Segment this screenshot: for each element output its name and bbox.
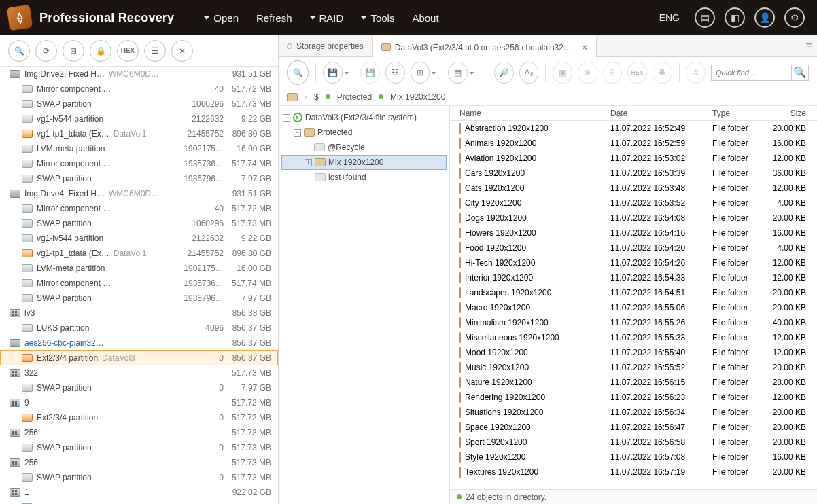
file-row[interactable]: Miscellaneous 1920x120011.07.2022 16:55:… xyxy=(450,330,817,345)
find-icon[interactable]: 🔎 xyxy=(494,62,514,84)
quick-find-button[interactable]: 🔍 xyxy=(791,65,809,81)
tree-root[interactable]: − DataVol3 (Ext2/3/4 file system) xyxy=(281,110,447,125)
crumb-protected[interactable]: Protected xyxy=(337,92,372,102)
scan-icon[interactable]: 🔍 xyxy=(287,60,309,85)
close-icon[interactable]: ✕ xyxy=(171,40,193,62)
storage-row[interactable]: SWAP partition1936796…7.97 GB xyxy=(0,291,278,306)
storage-row[interactable]: 256517.73 MB xyxy=(0,425,278,440)
view-grid-icon[interactable]: ⊞ xyxy=(411,62,430,84)
file-row[interactable]: Landscapes 1920x120011.07.2022 16:54:51F… xyxy=(450,285,817,300)
panels-icon[interactable]: ◧ xyxy=(725,7,745,28)
menu-open[interactable]: Open xyxy=(204,12,239,24)
storage-row[interactable]: lv3856.38 GB xyxy=(0,306,278,321)
tree-lostfound[interactable]: lost+found xyxy=(281,170,447,185)
col-size[interactable]: Size xyxy=(763,109,817,118)
file-row[interactable]: Macro 1920x120011.07.2022 16:55:06File f… xyxy=(450,300,817,315)
storage-row[interactable]: 256517.73 MB xyxy=(0,455,278,470)
list-icon[interactable]: ☰ xyxy=(144,40,166,62)
storage-row[interactable]: SWAP partition1936796…7.97 GB xyxy=(0,171,278,186)
menu-raid[interactable]: RAID xyxy=(310,12,344,24)
storage-tree[interactable]: Img:Drive2: Fixed H…WMC6M0D1P…931.51 GBM… xyxy=(0,67,278,504)
lock-icon[interactable]: 🔒 xyxy=(90,40,111,62)
view-list-icon[interactable]: ☳ xyxy=(385,62,405,84)
file-rows[interactable]: Abstraction 1920x120011.07.2022 16:52:49… xyxy=(450,121,817,489)
file-row[interactable]: Sport 1920x120011.07.2022 16:56:58File f… xyxy=(450,435,817,450)
menu-about[interactable]: About xyxy=(412,12,438,24)
language-button[interactable]: ENG xyxy=(659,12,680,23)
file-row[interactable]: Dogs 1920x120011.07.2022 16:54:08File fo… xyxy=(450,211,817,226)
collapse-icon[interactable]: − xyxy=(294,129,301,137)
collapse-icon[interactable]: − xyxy=(283,114,290,122)
file-row[interactable]: Abstraction 1920x120011.07.2022 16:52:49… xyxy=(450,121,817,136)
storage-row[interactable]: vg1-tp1_tdata (Ex…DataVol121455752896.80… xyxy=(0,126,278,141)
search-icon[interactable]: 🔍 xyxy=(8,40,30,62)
file-row[interactable]: Hi-Tech 1920x120011.07.2022 16:54:26File… xyxy=(450,255,817,270)
file-row[interactable]: Nature 1920x120011.07.2022 16:56:15File … xyxy=(450,375,817,390)
user-icon[interactable]: 👤 xyxy=(754,7,775,28)
filter-icon[interactable]: ▤ xyxy=(448,62,468,84)
save-icon[interactable]: 💾 xyxy=(323,62,343,84)
crumb-mix[interactable]: Mix 1920x1200 xyxy=(390,92,445,102)
storage-row[interactable]: LUKS partition4096856.37 GB xyxy=(0,321,278,336)
settings-icon[interactable]: ⚙ xyxy=(784,7,805,28)
storage-row[interactable]: SWAP partition0517.73 MB xyxy=(0,440,278,455)
file-row[interactable]: Flowers 1920x120011.07.2022 16:54:16File… xyxy=(450,226,817,240)
file-row[interactable]: Animals 1920x120011.07.2022 16:52:59File… xyxy=(450,136,817,151)
file-row[interactable]: Space 1920x120011.07.2022 16:56:47File f… xyxy=(450,420,817,435)
folder-tree[interactable]: − DataVol3 (Ext2/3/4 file system) − Prot… xyxy=(279,106,450,504)
tree-recycle[interactable]: @Recycle xyxy=(281,140,447,155)
col-name[interactable]: Name xyxy=(455,109,606,118)
storage-row[interactable]: Img:Drive2: Fixed H…WMC6M0D1P…931.51 GB xyxy=(0,67,278,82)
file-row[interactable]: City 1920x120011.07.2022 16:53:52File fo… xyxy=(450,196,817,211)
storage-row[interactable]: Mirror component …40517.72 MB xyxy=(0,82,278,96)
tab-close-icon[interactable]: ✕ xyxy=(581,43,588,52)
crumb-root[interactable]: $ xyxy=(314,92,319,102)
col-date[interactable]: Date xyxy=(606,109,708,118)
file-row[interactable]: Cars 1920x120011.07.2022 16:53:39File fo… xyxy=(450,166,817,181)
storage-row[interactable]: Mirror component …1935736…517.74 MB xyxy=(0,276,278,291)
storage-row[interactable]: 322517.73 MB xyxy=(0,365,278,380)
file-row[interactable]: Aviation 1920x120011.07.2022 16:53:02Fil… xyxy=(450,151,817,166)
tree-mix[interactable]: + Mix 1920x1200 xyxy=(281,155,447,170)
menu-refresh[interactable]: Refresh xyxy=(256,12,292,24)
storage-row[interactable]: vg1-tp1_tdata (Ex…DataVol121455752896.80… xyxy=(0,246,278,261)
disk-icon[interactable]: ⊟ xyxy=(63,40,84,62)
hex-icon[interactable]: HEX xyxy=(117,40,139,62)
storage-row[interactable]: Ext2/3/4 partition0517.72 MB xyxy=(0,410,278,425)
file-row[interactable]: Style 1920x120011.07.2022 16:57:08File f… xyxy=(450,450,817,465)
file-row[interactable]: Rendering 1920x120011.07.2022 16:56:23Fi… xyxy=(450,390,817,405)
storage-row[interactable]: LVM-meta partition1902175…16.00 GB xyxy=(0,141,278,156)
storage-row[interactable]: SWAP partition07.97 GB xyxy=(0,380,278,395)
storage-row[interactable]: Ext2/3/4 partitionDataVol30856.37 GB xyxy=(0,350,278,365)
file-row[interactable]: Music 1920x120011.07.2022 16:55:52File f… xyxy=(450,360,817,375)
tabs-menu-icon[interactable]: ≡ xyxy=(801,35,817,56)
menu-tools[interactable]: Tools xyxy=(361,12,394,24)
file-row[interactable]: Minimalism 1920x120011.07.2022 16:55:26F… xyxy=(450,315,817,330)
file-row[interactable]: Food 1920x120011.07.2022 16:54:20File fo… xyxy=(450,240,817,255)
storage-row[interactable]: SWAP partition1060296517.73 MB xyxy=(0,216,278,231)
log-icon[interactable]: ▤ xyxy=(695,7,715,28)
storage-row[interactable]: Img:Drive4: Fixed H…WMC6M0D2…931.51 GB xyxy=(0,186,278,201)
find-text-icon[interactable]: Aᵦ xyxy=(519,62,539,84)
storage-row[interactable]: vg1-lv544 partition21226329.22 GB xyxy=(0,231,278,246)
storage-row[interactable]: SWAP partition0517.73 MB xyxy=(0,470,278,485)
tab-datavol3[interactable]: DataVol3 (Ext2/3/4 at 0 on aes256-cbc-pl… xyxy=(372,36,597,57)
storage-row[interactable]: SWAP partition1060296517.73 MB xyxy=(0,96,278,111)
tree-protected[interactable]: − Protected xyxy=(281,125,447,140)
storage-row[interactable]: aes256-cbc-plain32…856.37 GB xyxy=(0,336,278,350)
file-row[interactable]: Mood 1920x120011.07.2022 16:55:40File fo… xyxy=(450,345,817,360)
storage-row[interactable]: 1922.02 GB xyxy=(0,485,278,500)
storage-row[interactable]: Mirror component …1935736…517.74 MB xyxy=(0,156,278,171)
file-row[interactable]: Interior 1920x120011.07.2022 16:54:33Fil… xyxy=(450,270,817,285)
refresh-icon[interactable]: ⟳ xyxy=(35,40,57,62)
tab-storage-properties[interactable]: Storage properties xyxy=(279,35,372,56)
quick-find-input[interactable] xyxy=(711,65,791,81)
storage-row[interactable]: vg1-lv544 partition21226329.22 GB xyxy=(0,111,278,126)
expand-icon[interactable]: + xyxy=(305,159,312,166)
col-type[interactable]: Type xyxy=(708,109,763,118)
storage-row[interactable]: Mirror component …40517.72 MB xyxy=(0,201,278,216)
storage-row[interactable]: LVM-meta partition1902175…16.00 GB xyxy=(0,261,278,276)
file-row[interactable]: Cats 1920x120011.07.2022 16:53:48File fo… xyxy=(450,181,817,196)
storage-row[interactable]: 9517.72 MB xyxy=(0,395,278,410)
file-row[interactable]: Textures 1920x120011.07.2022 16:57:19Fil… xyxy=(450,465,817,480)
